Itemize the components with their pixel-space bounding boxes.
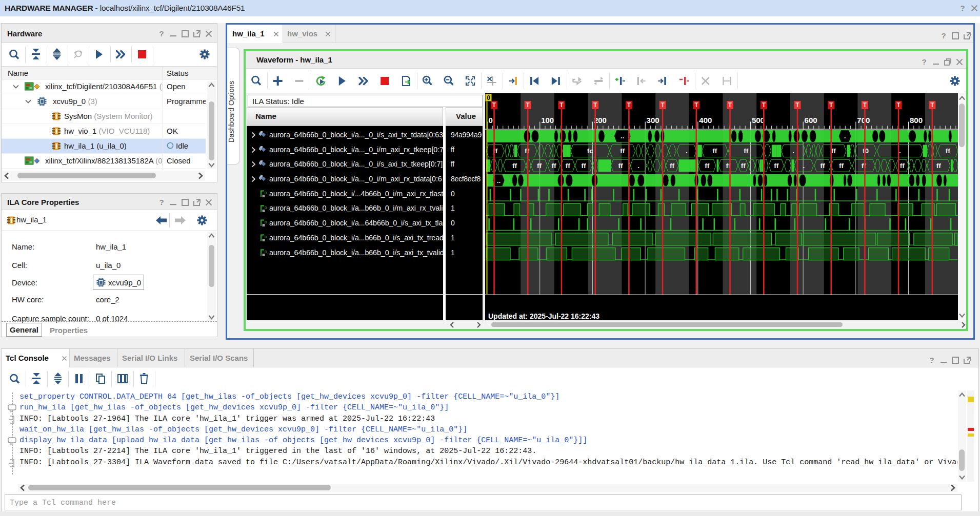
svg-text:.: . xyxy=(792,147,794,155)
svg-text:T: T xyxy=(795,101,799,109)
svg-text:0: 0 xyxy=(265,220,267,224)
svg-text:fc: fc xyxy=(587,147,593,155)
svg-text:ff: ff xyxy=(566,162,570,170)
svg-text:T: T xyxy=(492,101,496,109)
svg-text:..: .. xyxy=(621,132,625,140)
svg-text:ff: ff xyxy=(512,162,517,170)
svg-text:?: ? xyxy=(960,4,965,12)
svg-text:800: 800 xyxy=(910,116,923,125)
svg-text:ff: ff xyxy=(525,147,529,155)
svg-text:T: T xyxy=(559,101,564,109)
svg-text:Updated at: 2025-Jul-22 16:22:: Updated at: 2025-Jul-22 16:22:43 xyxy=(488,312,599,320)
svg-text:T: T xyxy=(930,101,934,109)
svg-text:0: 0 xyxy=(265,191,267,195)
svg-text:.: . xyxy=(803,162,805,170)
svg-text:ff: ff xyxy=(936,162,941,170)
svg-text:.: . xyxy=(844,132,846,140)
svg-text:300: 300 xyxy=(647,116,659,125)
svg-text:T: T xyxy=(829,101,833,109)
svg-text:0: 0 xyxy=(265,250,267,254)
svg-text:ff: ff xyxy=(552,162,556,170)
svg-text:ff: ff xyxy=(820,162,825,170)
svg-text:ff: ff xyxy=(670,162,674,170)
svg-text:T: T xyxy=(762,101,766,109)
svg-text:700: 700 xyxy=(857,116,870,125)
svg-text:?: ? xyxy=(922,57,926,66)
svg-text:ff: ff xyxy=(618,162,623,170)
svg-text:.: . xyxy=(686,147,688,155)
svg-text:T: T xyxy=(728,101,732,109)
svg-text:600: 600 xyxy=(805,116,817,125)
svg-text:T: T xyxy=(661,101,665,109)
svg-text:T: T xyxy=(694,101,698,109)
svg-text:0: 0 xyxy=(265,205,267,210)
svg-text:T: T xyxy=(863,101,867,109)
svg-text:T: T xyxy=(526,101,530,109)
svg-text:0: 0 xyxy=(489,116,493,125)
svg-text:400: 400 xyxy=(699,116,712,125)
svg-text:ff: ff xyxy=(774,162,778,170)
svg-text:?: ? xyxy=(159,198,164,207)
svg-text:ff: ff xyxy=(946,147,950,155)
svg-text:f0: f0 xyxy=(863,147,869,155)
svg-text:..: .. xyxy=(497,177,501,184)
svg-text:0: 0 xyxy=(265,235,267,239)
svg-text:ff: ff xyxy=(900,162,905,170)
svg-text:T: T xyxy=(593,101,597,109)
svg-text:ff: ff xyxy=(862,162,866,170)
svg-text:?: ? xyxy=(159,29,164,38)
svg-text:.: . xyxy=(899,147,901,155)
svg-text:T: T xyxy=(896,101,901,109)
svg-text:ff: ff xyxy=(705,162,709,170)
svg-text:.: . xyxy=(637,162,639,170)
svg-text:ff: ff xyxy=(744,147,748,155)
svg-text:ff: ff xyxy=(537,162,542,170)
svg-text:ff: ff xyxy=(712,147,717,155)
svg-text:ff: ff xyxy=(831,147,836,155)
svg-text:?: ? xyxy=(929,356,934,364)
svg-text:ff: ff xyxy=(620,147,625,155)
svg-text:T: T xyxy=(627,101,631,109)
svg-text:ff: ff xyxy=(582,162,586,170)
svg-text:0: 0 xyxy=(487,94,490,101)
svg-text:500: 500 xyxy=(752,116,765,125)
svg-text:ff: ff xyxy=(839,162,844,170)
svg-text:100: 100 xyxy=(541,116,554,125)
svg-text:?: ? xyxy=(941,31,946,40)
svg-text:ff: ff xyxy=(741,162,746,170)
